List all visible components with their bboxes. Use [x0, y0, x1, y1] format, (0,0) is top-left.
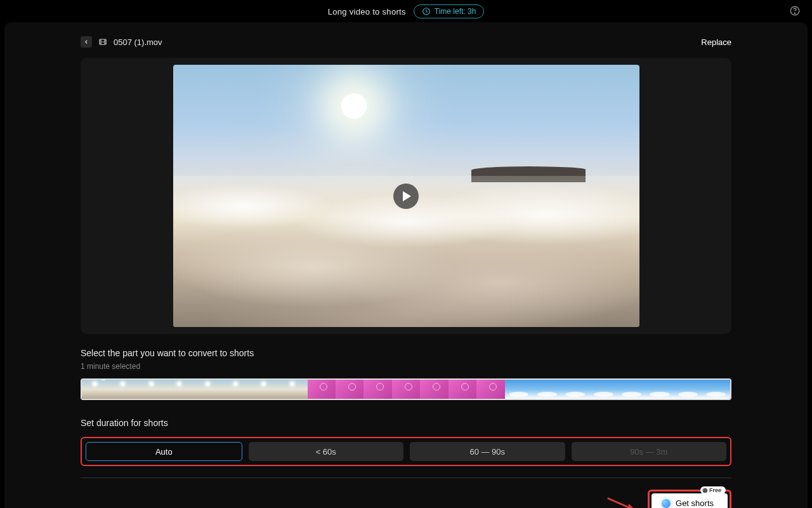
duration-option-90s-3m[interactable]: 90s — 3m [572, 442, 727, 461]
time-left-pill[interactable]: Time left: 3h [414, 4, 485, 18]
play-button[interactable] [393, 184, 419, 209]
svg-point-4 [703, 488, 708, 493]
timeline-strip[interactable] [81, 378, 731, 400]
sparkle-icon [662, 499, 671, 508]
video-file-icon [98, 37, 107, 46]
play-icon [403, 191, 411, 201]
get-shorts-highlight: Free Get shorts [648, 490, 731, 508]
chevron-left-icon [83, 39, 89, 45]
clock-icon [422, 7, 431, 16]
duration-heading: Set duration for shorts [81, 418, 731, 428]
selection-status: 1 minute selected [81, 362, 731, 371]
duration-options-highlight: Auto < 60s 60 — 90s 90s — 3m [81, 437, 731, 466]
arrow-annotation-icon [606, 495, 639, 508]
svg-point-2 [794, 13, 795, 13]
select-part-heading: Select the part you want to convert to s… [81, 348, 731, 358]
time-left-text: Time left: 3h [435, 7, 476, 16]
duration-option-60-90s[interactable]: 60 — 90s [410, 442, 565, 461]
duration-option-auto[interactable]: Auto [86, 442, 242, 461]
help-icon[interactable] [789, 5, 801, 17]
video-preview [173, 65, 639, 327]
page-title: Long video to shorts [328, 7, 406, 17]
replace-button[interactable]: Replace [701, 37, 731, 47]
duration-option-60s[interactable]: < 60s [249, 442, 404, 461]
video-preview-panel [81, 58, 731, 334]
get-shorts-button[interactable]: Get shorts [652, 493, 728, 508]
file-name: 0507 (1).mov [114, 37, 162, 47]
back-button[interactable] [81, 36, 92, 48]
timeline-playhead[interactable] [101, 378, 105, 380]
